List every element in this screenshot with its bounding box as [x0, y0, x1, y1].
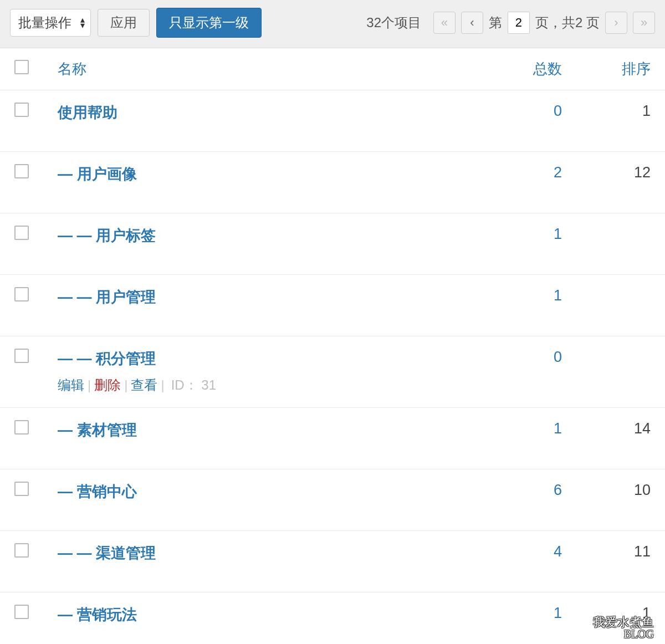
td-checkbox: [0, 213, 43, 275]
row-name-link[interactable]: — — 用户管理: [58, 289, 156, 305]
table-row: — — 用户标签1: [0, 213, 665, 275]
pagination: 32个项目 « ‹ 第 页，共2 页 › »: [366, 12, 655, 34]
row-checkbox[interactable]: [14, 605, 29, 619]
row-checkbox[interactable]: [14, 349, 29, 363]
last-page-button[interactable]: »: [633, 12, 655, 34]
td-sort: 1: [576, 90, 665, 152]
td-name: — 素材管理: [43, 408, 488, 469]
table-row: — 素材管理114: [0, 408, 665, 469]
delete-link[interactable]: 删除: [94, 377, 121, 392]
td-checkbox: [0, 531, 43, 592]
td-count: 6: [488, 469, 576, 531]
count-link[interactable]: 0: [554, 103, 562, 119]
bulk-action-select[interactable]: 批量操作 ▴▾: [10, 9, 91, 37]
td-sort: [576, 275, 665, 336]
page-suffix: 页，共2 页: [535, 14, 600, 32]
table-header-row: 名称 总数 排序: [0, 48, 665, 90]
row-name-link[interactable]: — — 积分管理: [58, 350, 156, 367]
count-link[interactable]: 1: [554, 226, 562, 242]
row-checkbox[interactable]: [14, 420, 29, 435]
table-row: — — 积分管理编辑|删除|查看|ID： 310: [0, 336, 665, 408]
row-checkbox[interactable]: [14, 103, 29, 117]
view-link[interactable]: 查看: [131, 377, 157, 392]
td-checkbox: [0, 469, 43, 531]
td-sort: 11: [576, 531, 665, 592]
row-name-link[interactable]: 使用帮助: [58, 104, 117, 121]
next-page-button[interactable]: ›: [605, 12, 627, 34]
td-name: — 营销玩法: [43, 592, 488, 645]
toolbar: 批量操作 ▴▾ 应用 只显示第一级 32个项目 « ‹ 第 页，共2 页 › »: [0, 0, 665, 48]
td-count: 0: [488, 90, 576, 152]
td-count: 0: [488, 336, 576, 408]
td-checkbox: [0, 152, 43, 213]
table-row: 使用帮助01: [0, 90, 665, 152]
first-page-button[interactable]: «: [433, 12, 456, 34]
count-link[interactable]: 0: [554, 349, 562, 365]
td-name: — 用户画像: [43, 152, 488, 213]
count-link[interactable]: 6: [554, 482, 562, 498]
td-count: 1: [488, 275, 576, 336]
td-name: — — 用户管理: [43, 275, 488, 336]
td-count: 1: [488, 592, 576, 645]
items-table: 名称 总数 排序 使用帮助01— 用户画像212— — 用户标签1— — 用户管…: [0, 48, 665, 644]
filter-top-level-button[interactable]: 只显示第一级: [156, 8, 262, 38]
current-page-input[interactable]: [508, 12, 530, 34]
table-row: — 营销玩法11: [0, 592, 665, 645]
count-link[interactable]: 1: [554, 420, 562, 437]
table-row: — 用户画像212: [0, 152, 665, 213]
count-link[interactable]: 1: [554, 605, 562, 621]
td-name: — — 积分管理编辑|删除|查看|ID： 31: [43, 336, 488, 408]
row-checkbox[interactable]: [14, 287, 29, 301]
th-checkbox: [0, 48, 43, 90]
td-checkbox: [0, 275, 43, 336]
row-name-link[interactable]: — 素材管理: [58, 422, 137, 438]
row-name-link[interactable]: — 用户画像: [58, 166, 137, 182]
prev-page-button[interactable]: ‹: [461, 12, 483, 34]
row-name-link[interactable]: — 营销玩法: [58, 606, 137, 623]
th-sort[interactable]: 排序: [576, 48, 665, 90]
row-name-link[interactable]: — 营销中心: [58, 483, 137, 500]
td-sort: 10: [576, 469, 665, 531]
td-count: 4: [488, 531, 576, 592]
row-checkbox[interactable]: [14, 543, 29, 558]
count-link[interactable]: 1: [554, 287, 562, 304]
td-checkbox: [0, 592, 43, 645]
td-count: 1: [488, 213, 576, 275]
td-sort: [576, 336, 665, 408]
row-checkbox[interactable]: [14, 226, 29, 240]
page-prefix: 第: [489, 14, 502, 32]
row-id-label: ID： 31: [171, 377, 216, 392]
row-name-link[interactable]: — — 用户标签: [58, 227, 156, 244]
row-name-link[interactable]: — — 渠道管理: [58, 545, 156, 561]
table-row: — — 用户管理1: [0, 275, 665, 336]
row-actions: 编辑|删除|查看|ID： 31: [58, 376, 473, 394]
items-count: 32个项目: [366, 14, 421, 32]
td-checkbox: [0, 336, 43, 408]
bulk-action-label: 批量操作: [18, 15, 71, 30]
select-arrows-icon: ▴▾: [80, 17, 85, 28]
td-count: 1: [488, 408, 576, 469]
edit-link[interactable]: 编辑: [58, 377, 84, 392]
td-name: — — 渠道管理: [43, 531, 488, 592]
td-sort: 12: [576, 152, 665, 213]
td-sort: [576, 213, 665, 275]
select-all-checkbox[interactable]: [14, 60, 29, 74]
td-checkbox: [0, 90, 43, 152]
td-checkbox: [0, 408, 43, 469]
td-name: — — 用户标签: [43, 213, 488, 275]
th-name[interactable]: 名称: [43, 48, 488, 90]
td-count: 2: [488, 152, 576, 213]
table-row: — — 渠道管理411: [0, 531, 665, 592]
count-link[interactable]: 4: [554, 543, 562, 560]
row-checkbox[interactable]: [14, 482, 29, 496]
td-name: — 营销中心: [43, 469, 488, 531]
count-link[interactable]: 2: [554, 164, 562, 181]
row-checkbox[interactable]: [14, 164, 29, 178]
apply-button[interactable]: 应用: [98, 9, 150, 37]
td-sort: 1: [576, 592, 665, 645]
td-name: 使用帮助: [43, 90, 488, 152]
table-row: — 营销中心610: [0, 469, 665, 531]
td-sort: 14: [576, 408, 665, 469]
th-count[interactable]: 总数: [488, 48, 576, 90]
